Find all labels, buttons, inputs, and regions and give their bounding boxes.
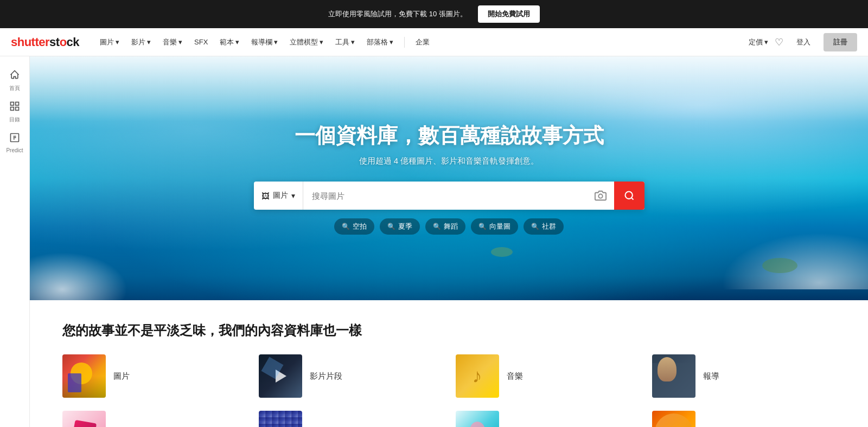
card-thumb-images bbox=[62, 354, 106, 398]
sidebar-item-help[interactable]: ? 說明 bbox=[0, 424, 29, 427]
card-thumb-editorial bbox=[652, 354, 695, 398]
hero-subtitle: 使用超過 4 億種圖片、影片和音樂音軌發揮創意。 bbox=[41, 156, 857, 166]
search-bar: 🖼 圖片 ▾ bbox=[254, 182, 644, 210]
heart-icon[interactable]: ♡ bbox=[775, 36, 783, 48]
chevron-down-icon: ▾ bbox=[291, 191, 295, 200]
card-label-music: 音樂 bbox=[507, 371, 523, 381]
nav-right: 定價 ▾ ♡ 登入 註冊 bbox=[749, 33, 857, 51]
card-thumb-photo2 bbox=[456, 411, 499, 427]
nav-pricing[interactable]: 定價 ▾ bbox=[749, 37, 768, 47]
svg-line-10 bbox=[631, 198, 633, 200]
search-input[interactable] bbox=[303, 182, 587, 210]
search-icon: 🔍 bbox=[387, 223, 395, 230]
sidebar-item-predict-label: Predict bbox=[6, 147, 23, 153]
card-thumb-video bbox=[259, 354, 302, 398]
hero-section: 一個資料庫，數百萬種說故事方式 使用超過 4 億種圖片、影片和音樂音軌發揮創意。… bbox=[30, 56, 868, 300]
page-body: 首頁 目錄 Predict ? bbox=[0, 56, 868, 427]
svg-point-9 bbox=[625, 192, 632, 199]
banner-text: 立即使用零風險試用，免費下載 10 張圖片。 bbox=[328, 9, 467, 19]
card-label-video: 影片片段 bbox=[310, 371, 342, 381]
nav-item-sfx[interactable]: SFX bbox=[189, 35, 213, 49]
svg-rect-1 bbox=[16, 102, 19, 106]
card-label-images: 圖片 bbox=[113, 371, 130, 381]
card-illustration[interactable]: 插圖 bbox=[62, 411, 246, 427]
top-banner: 立即使用零風險試用，免費下載 10 張圖片。 開始免費試用 bbox=[0, 0, 868, 28]
nav-item-video[interactable]: 影片 ▾ bbox=[126, 34, 156, 50]
thumb-vector bbox=[259, 411, 302, 427]
search-tags: 🔍 空拍 🔍 夏季 🔍 舞蹈 🔍 向量圖 bbox=[41, 218, 857, 235]
catalog-icon bbox=[9, 101, 20, 114]
search-tag-vector[interactable]: 🔍 向量圖 bbox=[471, 218, 518, 235]
card-images[interactable]: 圖片 bbox=[62, 354, 246, 398]
sidebar-item-predict[interactable]: Predict bbox=[0, 128, 29, 158]
sidebar-item-home[interactable]: 首頁 bbox=[0, 65, 29, 96]
search-tag-aerial[interactable]: 🔍 空拍 bbox=[334, 218, 374, 235]
sidebar-item-catalog-label: 目錄 bbox=[9, 116, 20, 124]
chevron-down-icon: ▾ bbox=[390, 38, 393, 46]
home-icon bbox=[9, 69, 20, 83]
card-video[interactable]: 影片片段 bbox=[259, 354, 442, 398]
nav-item-templates[interactable]: 範本 ▾ bbox=[214, 34, 245, 50]
nav-items: 圖片 ▾ 影片 ▾ 音樂 ▾ SFX 範本 ▾ 報導欄 ▾ 立體棋型 ▾ 工具 … bbox=[94, 34, 749, 50]
register-button[interactable]: 註冊 bbox=[824, 33, 857, 51]
main-content: 一個資料庫，數百萬種說故事方式 使用超過 4 億種圖片、影片和音樂音軌發揮創意。… bbox=[30, 56, 868, 427]
hero-content: 一個資料庫，數百萬種說故事方式 使用超過 4 億種圖片、影片和音樂音軌發揮創意。… bbox=[30, 122, 868, 235]
svg-rect-2 bbox=[11, 107, 14, 111]
svg-rect-3 bbox=[16, 107, 19, 111]
nav-item-music[interactable]: 音樂 ▾ bbox=[157, 34, 188, 50]
card-vector[interactable]: 向量圖 bbox=[259, 411, 442, 427]
card-thumb-illus bbox=[62, 411, 106, 427]
nav-item-3d[interactable]: 立體棋型 ▾ bbox=[284, 34, 329, 50]
thumb-editorial bbox=[652, 354, 695, 398]
section-title: 您的故事並不是平淡乏味，我們的內容資料庫也一樣 bbox=[62, 322, 835, 339]
banner-cta-button[interactable]: 開始免費試用 bbox=[478, 5, 540, 23]
chevron-down-icon: ▾ bbox=[764, 38, 768, 46]
search-type-selector[interactable]: 🖼 圖片 ▾ bbox=[254, 182, 303, 210]
nav-item-images[interactable]: 圖片 ▾ bbox=[94, 34, 125, 50]
card-thumb-3d bbox=[652, 411, 695, 427]
search-tag-social[interactable]: 🔍 社群 bbox=[524, 218, 564, 235]
card-label-editorial: 報導 bbox=[703, 371, 719, 381]
search-icon: 🔍 bbox=[433, 223, 441, 230]
nav-item-tools[interactable]: 工具 ▾ bbox=[330, 34, 360, 50]
logo[interactable]: shutterstock bbox=[11, 35, 79, 49]
svg-point-8 bbox=[598, 194, 602, 198]
card-photo[interactable]: 照片 bbox=[456, 411, 639, 427]
chevron-down-icon: ▾ bbox=[351, 38, 355, 46]
card-music[interactable]: ♪ 音樂 bbox=[456, 354, 639, 398]
image-type-icon: 🖼 bbox=[261, 191, 270, 200]
thumb-3d bbox=[652, 411, 695, 427]
content-grid: 圖片 影片片段 ♪ bbox=[62, 354, 835, 427]
hero-clouds-bottom-left bbox=[30, 246, 138, 300]
search-tag-dance[interactable]: 🔍 舞蹈 bbox=[425, 218, 465, 235]
lower-section: 您的故事並不是平淡乏味，我們的內容資料庫也一樣 圖片 bbox=[30, 300, 868, 427]
search-icon: 🔍 bbox=[531, 223, 539, 230]
card-editorial[interactable]: 報導 bbox=[652, 354, 835, 398]
sidebar: 首頁 目錄 Predict ? bbox=[0, 56, 30, 427]
search-icon: 🔍 bbox=[342, 223, 350, 230]
nav-item-blog[interactable]: 部落格 ▾ bbox=[361, 34, 399, 50]
card-thumb-music: ♪ bbox=[456, 354, 499, 398]
logo-text: shutterstock bbox=[11, 35, 79, 49]
chevron-down-icon: ▾ bbox=[235, 38, 239, 46]
chevron-down-icon: ▾ bbox=[147, 38, 151, 46]
main-nav: shutterstock 圖片 ▾ 影片 ▾ 音樂 ▾ SFX 範本 ▾ 報導欄… bbox=[0, 28, 868, 56]
nav-item-enterprise[interactable]: 企業 bbox=[410, 34, 435, 50]
hero-title: 一個資料庫，數百萬種說故事方式 bbox=[41, 122, 857, 150]
nav-divider bbox=[404, 37, 405, 48]
chevron-down-icon: ▾ bbox=[116, 38, 119, 46]
svg-rect-0 bbox=[11, 102, 14, 106]
login-button[interactable]: 登入 bbox=[790, 34, 817, 50]
thumb-video bbox=[259, 354, 302, 398]
thumb-music: ♪ bbox=[456, 354, 499, 398]
chevron-down-icon: ▾ bbox=[320, 38, 323, 46]
sidebar-item-catalog[interactable]: 目錄 bbox=[0, 96, 29, 128]
thumb-photo bbox=[62, 354, 106, 398]
card-3d[interactable]: 立體棋型 bbox=[652, 411, 835, 427]
search-tag-summer[interactable]: 🔍 夏季 bbox=[380, 218, 420, 235]
search-type-label: 圖片 bbox=[273, 191, 288, 200]
hero-clouds-top bbox=[30, 56, 868, 121]
camera-search-button[interactable] bbox=[587, 182, 614, 210]
nav-item-editorial[interactable]: 報導欄 ▾ bbox=[246, 34, 283, 50]
search-button[interactable] bbox=[614, 182, 644, 210]
